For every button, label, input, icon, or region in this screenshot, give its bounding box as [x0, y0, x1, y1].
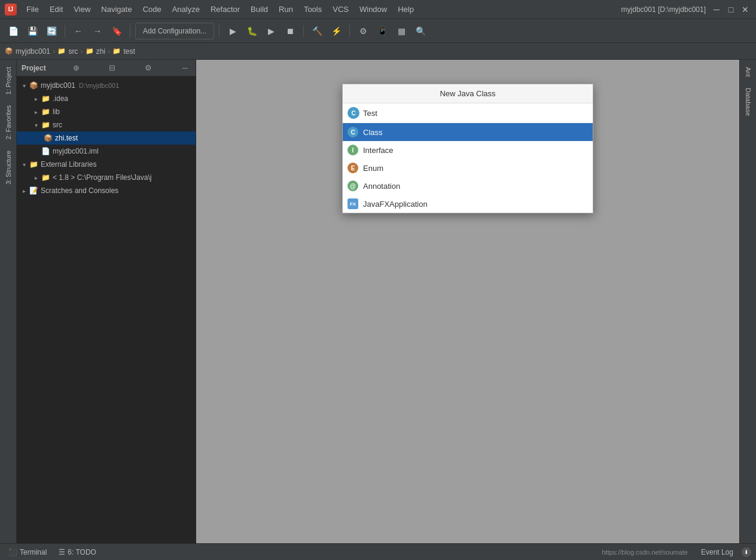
event-log-button[interactable]: Event Log — [697, 547, 737, 558]
breadcrumb-module[interactable]: 📦 myjdbc001 — [5, 47, 50, 56]
iml-file-icon: 📄 — [41, 146, 50, 156]
menu-edit[interactable]: Edit — [45, 2, 68, 16]
maximize-button[interactable]: □ — [725, 4, 737, 16]
tree-root[interactable]: ▾ 📦 myjdbc001 D:\myjdbc001 — [17, 79, 196, 92]
save-icon[interactable]: 💾 — [24, 23, 41, 39]
dialog-container: New Java Class C C Class I Interface E — [342, 84, 593, 213]
folder-icon-test: 📁 — [112, 47, 121, 55]
list-item-enum[interactable]: E Enum — [343, 159, 593, 177]
notification-icon[interactable]: ⬇ — [742, 547, 751, 557]
app-logo: IJ — [5, 4, 17, 16]
input-class-icon: C — [347, 107, 359, 119]
list-item-class[interactable]: C Class — [343, 123, 593, 141]
tree-zhi-test[interactable]: 📦 zhi.test — [17, 131, 196, 145]
sidebar-item-favorites[interactable]: 2: Favorites — [2, 100, 14, 144]
terminal-button[interactable]: ⬛ Terminal — [5, 547, 50, 558]
sync-project-icon[interactable]: ⚡ — [328, 23, 345, 39]
lib-expand-icon: ▸ — [31, 107, 41, 117]
class-label: Class — [363, 128, 383, 137]
bottom-bar: ⬛ Terminal ☰ 6: TODO https://blog.csdn.n… — [0, 543, 756, 560]
class-name-input[interactable] — [363, 109, 588, 118]
menu-code[interactable]: Code — [138, 2, 166, 16]
idea-expand-icon: ▸ — [31, 94, 41, 103]
root-expand-icon: ▾ — [19, 81, 29, 90]
menu-file[interactable]: File — [22, 2, 44, 16]
left-sidebar: 1: Project 2: Favorites 3: Structure — [0, 60, 17, 543]
tree-jdk[interactable]: ▸ 📁 < 1.8 > C:\Program Files\Java\j — [17, 171, 196, 184]
scratches-expand-icon: ▸ — [19, 186, 29, 195]
project-panel-title: Project — [22, 64, 46, 72]
stop-icon[interactable]: ⏹ — [282, 23, 298, 39]
menu-bar: File Edit View Navigate Code Analyze Ref… — [22, 2, 621, 16]
main-layout: 1: Project 2: Favorites 3: Structure Pro… — [0, 60, 756, 543]
event-log-label: Event Log — [701, 548, 733, 556]
run-icon[interactable]: ▶ — [224, 23, 241, 39]
menu-analyze[interactable]: Analyze — [167, 2, 205, 16]
interface-icon: I — [347, 145, 358, 155]
folder-icon-src: 📁 — [57, 47, 66, 55]
breadcrumb-src[interactable]: 📁 src — [57, 47, 78, 56]
tree-iml[interactable]: ▸ 📄 myjdbc001.iml — [17, 145, 196, 158]
menu-help[interactable]: Help — [393, 2, 419, 16]
terminal-icon: ⬛ — [8, 548, 17, 556]
run-coverage-icon[interactable]: ▶ — [263, 23, 279, 39]
menu-run[interactable]: Run — [274, 2, 298, 16]
menu-vcs[interactable]: VCS — [328, 2, 353, 16]
tree-idea[interactable]: ▸ 📁 .idea — [17, 92, 196, 105]
add-content-root-icon[interactable]: ⊕ — [70, 62, 82, 74]
sidebar-item-ant[interactable]: Ant — [742, 62, 754, 82]
new-java-class-dialog: New Java Class C C Class I Interface E — [342, 84, 593, 213]
toolbar-separator-4 — [303, 25, 304, 37]
toolbar: 📄 💾 🔄 ← → 🔖 Add Configuration... ▶ 🐛 ▶ ⏹… — [0, 19, 756, 43]
add-configuration-button[interactable]: Add Configuration... — [135, 23, 214, 39]
breadcrumb-test[interactable]: 📁 test — [112, 47, 135, 56]
list-item-annotation[interactable]: @ Annotation — [343, 177, 593, 195]
window-title: myjdbc001 [D:\myjdbc001] — [621, 5, 706, 14]
todo-button[interactable]: ☰ 6: TODO — [55, 547, 100, 558]
collapse-all-icon[interactable]: ⊟ — [106, 62, 118, 74]
sidebar-item-project[interactable]: 1: Project — [2, 62, 14, 99]
sync-icon[interactable]: 🔄 — [43, 23, 60, 39]
project-tree: ▾ 📦 myjdbc001 D:\myjdbc001 ▸ 📁 .idea ▸ 📁… — [17, 76, 196, 543]
menu-navigate[interactable]: Navigate — [96, 2, 136, 16]
tree-scratches[interactable]: ▸ 📝 Scratches and Consoles — [17, 184, 196, 197]
list-item-interface[interactable]: I Interface — [343, 141, 593, 159]
sidebar-item-structure[interactable]: 3: Structure — [2, 146, 14, 189]
dialog-title: New Java Class — [343, 84, 593, 103]
toolbar-separator-5 — [349, 25, 350, 37]
terminal-label: Terminal — [20, 548, 47, 556]
folder-icon-zhi: 📁 — [86, 47, 94, 55]
root-module-icon: 📦 — [29, 81, 38, 90]
toolbar-separator-3 — [219, 25, 220, 37]
search-everywhere-icon[interactable]: 🔍 — [412, 23, 429, 39]
device-manager-icon[interactable]: 📱 — [374, 23, 391, 39]
menu-window[interactable]: Window — [355, 2, 392, 16]
bookmark-icon[interactable]: 🔖 — [108, 23, 125, 39]
sidebar-item-database[interactable]: Database — [742, 83, 754, 121]
tree-lib[interactable]: ▸ 📁 lib — [17, 105, 196, 118]
breadcrumb: 📦 myjdbc001 › 📁 src › 📁 zhi › 📁 test — [0, 43, 756, 60]
menu-tools[interactable]: Tools — [299, 2, 327, 16]
breadcrumb-sep-1: › — [53, 47, 55, 56]
menu-view[interactable]: View — [69, 2, 95, 16]
tree-src[interactable]: ▾ 📁 src — [17, 118, 196, 131]
new-file-icon[interactable]: 📄 — [5, 23, 22, 39]
minimize-button[interactable]: ─ — [711, 4, 723, 16]
list-item-javafx[interactable]: FX JavaFXApplication — [343, 195, 593, 213]
menu-refactor[interactable]: Refactor — [206, 2, 245, 16]
enum-label: Enum — [363, 164, 383, 173]
debug-icon[interactable]: 🐛 — [243, 23, 260, 39]
project-panel-header: Project ⊕ ⊟ ⚙ ─ — [17, 60, 196, 76]
lib-folder-icon: 📁 — [41, 107, 50, 117]
close-button[interactable]: ✕ — [739, 4, 751, 16]
forward-icon[interactable]: → — [89, 23, 106, 39]
tree-ext-libs[interactable]: ▾ 📁 External Libraries — [17, 158, 196, 171]
settings-gear-icon[interactable]: ⚙ — [142, 62, 154, 74]
layout-icon[interactable]: ▦ — [393, 23, 410, 39]
build-icon[interactable]: 🔨 — [309, 23, 325, 39]
breadcrumb-zhi[interactable]: 📁 zhi — [86, 47, 105, 56]
settings-icon[interactable]: ⚙ — [355, 23, 371, 39]
close-panel-icon[interactable]: ─ — [179, 62, 191, 74]
menu-build[interactable]: Build — [246, 2, 273, 16]
back-icon[interactable]: ← — [70, 23, 87, 39]
